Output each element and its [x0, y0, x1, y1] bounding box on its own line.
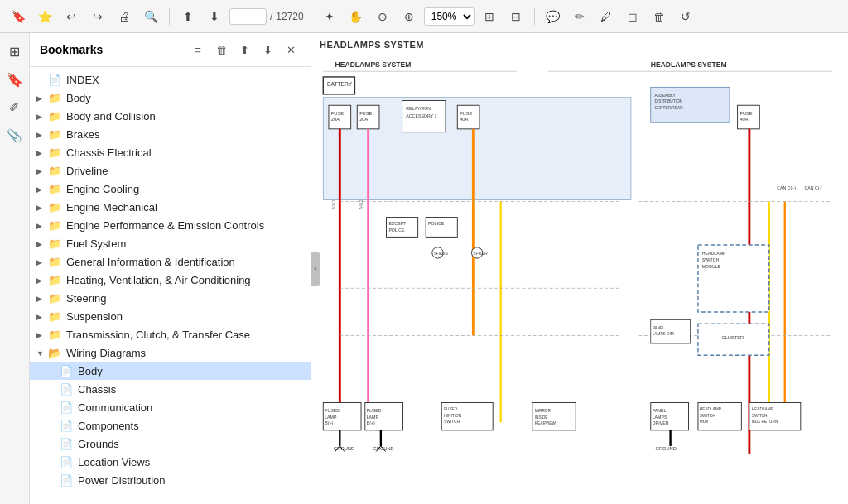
folder-icon: 📁 [48, 182, 61, 195]
sidebar-item-label: Heating, Ventilation, & Air Conditioning [66, 274, 251, 286]
forward-button[interactable]: ⭐ [33, 5, 56, 28]
sidebar-tree: 📄 INDEX 📁 Body 📁 Body and Collision 📁 Br… [30, 67, 311, 504]
svg-text:LAMP: LAMP [367, 415, 379, 420]
sidebar-item-steering[interactable]: 📁 Steering [30, 289, 311, 307]
sidebar-delete-btn[interactable]: 🗑 [211, 40, 231, 60]
page-input[interactable]: 7771 [229, 8, 267, 25]
sidebar-subitem-wd-chassis[interactable]: 📄 Chassis [30, 380, 311, 398]
content-area: ‹ HEADLAMPS SYSTEM HEADLAMPS SYSTEM HEAD… [311, 33, 848, 504]
svg-text:FUSED: FUSED [444, 407, 458, 411]
sidebar-item-suspension[interactable]: 📁 Suspension [30, 307, 311, 325]
svg-text:PANEL: PANEL [653, 408, 667, 413]
svg-text:FUSE: FUSE [460, 111, 472, 116]
sidebar-item-chassis-electrical[interactable]: 📁 Chassis Electrical [30, 143, 311, 161]
sidebar-close-btn[interactable]: ✕ [281, 40, 301, 60]
svg-text:POLICE: POLICE [428, 221, 445, 226]
sidebar-collapse-handle[interactable]: ‹ [311, 252, 320, 286]
scroll-down-button[interactable]: ⬇ [203, 5, 226, 28]
sidebar-subitem-wd-components[interactable]: 📄 Components [30, 416, 311, 434]
sidebar-item-label: INDEX [66, 74, 99, 86]
prev-button[interactable]: ↩ [60, 5, 83, 28]
fit-page-button[interactable]: ⊞ [478, 5, 501, 28]
pan-tool-button[interactable]: ✋ [344, 5, 368, 28]
sidebar-item-label: Body [66, 92, 91, 104]
arrow-icon [36, 312, 48, 321]
sidebar-item-brakes[interactable]: 📁 Brakes [30, 125, 311, 143]
sidebar-subitem-label: Communication [78, 401, 152, 414]
sidebar-item-engine-cooling[interactable]: 📁 Engine Cooling [30, 180, 311, 198]
sidebar-item-wiring-diagrams[interactable]: 📂 Wiring Diagrams [30, 343, 311, 362]
svg-text:DRIVER: DRIVER [653, 420, 669, 425]
print-button[interactable]: 🖨 [113, 5, 136, 28]
sidebar-export-btn[interactable]: ⬇ [258, 40, 277, 60]
back-button[interactable]: 🔖 [7, 5, 30, 28]
folder-icon: 📁 [48, 237, 61, 250]
sidebar-item-label: Suspension [66, 310, 123, 323]
pencil-button[interactable]: ✏ [568, 5, 591, 28]
svg-text:20A: 20A [359, 117, 368, 122]
svg-text:A412: A412 [359, 200, 364, 209]
svg-text:SF902R: SF902R [473, 252, 488, 256]
zoom-minus-button[interactable]: ⊖ [371, 5, 394, 28]
diagram-viewer[interactable]: HEADLAMPS SYSTEM HEADLAMPS SYSTEM HEADLA… [311, 33, 848, 504]
file-icon: 📄 [60, 364, 73, 377]
page-sep: / [270, 11, 272, 22]
svg-text:SWITCH: SWITCH [702, 257, 720, 262]
file-icon: 📄 [60, 437, 73, 450]
svg-text:INSIDE: INSIDE [535, 415, 548, 420]
scroll-up-button[interactable]: ⬆ [176, 5, 200, 28]
sidebar-subitem-wd-location-views[interactable]: 📄 Location Views [30, 453, 311, 471]
sidebar-subitem-label: Grounds [78, 438, 119, 450]
svg-text:FUSE: FUSE [740, 111, 752, 116]
sidebar-item-transmission[interactable]: 📁 Transmission, Clutch, & Transfer Case [30, 325, 311, 343]
sidebar-item-label: Driveline [66, 165, 108, 177]
sidebar-item-fuel-system[interactable]: 📁 Fuel System [30, 234, 311, 252]
sidebar-header-actions: ≡ 🗑 ⬆ ⬇ ✕ [188, 40, 301, 60]
sidebar-item-engine-performance[interactable]: 📁 Engine Performance & Emission Controls [30, 216, 311, 234]
sidebar-item-label: Steering [66, 292, 106, 305]
sidebar-item-hvac[interactable]: 📁 Heating, Ventilation, & Air Conditioni… [30, 271, 311, 289]
sidebar-subitem-wd-grounds[interactable]: 📄 Grounds [30, 434, 311, 453]
sidebar-subitem-wd-communication[interactable]: 📄 Communication [30, 398, 311, 416]
svg-text:DISTRIBUTION: DISTRIBUTION [655, 99, 683, 103]
zoom-plus-button[interactable]: ⊕ [398, 5, 421, 28]
shape-button[interactable]: ◻ [621, 5, 644, 28]
svg-text:CAN C(+): CAN C(+) [777, 185, 796, 190]
thumbnail-icon[interactable]: ⊞ [3, 40, 26, 63]
attachment-icon[interactable]: 📎 [3, 124, 26, 147]
sidebar-item-index[interactable]: 📄 INDEX [30, 70, 311, 89]
bookmark-icon[interactable]: 🔖 [3, 68, 26, 91]
folder-icon: 📁 [48, 109, 61, 122]
sidebar-item-engine-mechanical[interactable]: 📁 Engine Mechanical [30, 198, 311, 216]
comment-button[interactable]: 💬 [542, 5, 565, 28]
zoom-select[interactable]: 150% 100% 75% 200% [424, 7, 475, 26]
sidebar-subitem-wd-body[interactable]: 📄 Body [30, 362, 311, 380]
svg-text:HEADLAMP: HEADLAMP [752, 407, 773, 411]
folder-icon: 📁 [48, 310, 61, 323]
sidebar-subitem-wd-power-distribution[interactable]: 📄 Power Distribution [30, 471, 311, 489]
sidebar-options-btn[interactable]: ≡ [188, 40, 208, 60]
svg-text:PANEL: PANEL [653, 326, 666, 330]
fit-width-button[interactable]: ⊟ [504, 5, 528, 28]
select-tool-button[interactable]: ✦ [318, 5, 341, 28]
highlight-button[interactable]: 🖊 [595, 5, 618, 28]
sidebar-item-driveline[interactable]: 📁 Driveline [30, 161, 311, 180]
sidebar-item-general-info[interactable]: 📁 General Information & Identification [30, 252, 311, 271]
svg-text:CLUSTER: CLUSTER [722, 335, 744, 340]
svg-text:SWITCH: SWITCH [444, 420, 460, 424]
undo-button[interactable]: ↺ [674, 5, 697, 28]
arrow-icon [36, 257, 48, 266]
svg-text:HEADLAMP: HEADLAMP [700, 407, 721, 411]
delete-button[interactable]: 🗑 [648, 5, 671, 28]
annotation-icon[interactable]: ✐ [3, 96, 26, 119]
file-icon: 📄 [60, 401, 73, 414]
zoom-out-button[interactable]: 🔍 [139, 5, 162, 28]
sidebar-panel: Bookmarks ≡ 🗑 ⬆ ⬇ ✕ 📄 INDEX 📁 Body [30, 33, 311, 504]
sidebar-item-body-collision[interactable]: 📁 Body and Collision [30, 107, 311, 125]
arrow-icon [36, 130, 48, 139]
arrow-icon [36, 166, 48, 175]
sidebar-import-btn[interactable]: ⬆ [234, 40, 254, 60]
sidebar-item-label: Brakes [66, 128, 99, 141]
sidebar-item-body[interactable]: 📁 Body [30, 89, 311, 107]
next-button[interactable]: ↪ [86, 5, 109, 28]
